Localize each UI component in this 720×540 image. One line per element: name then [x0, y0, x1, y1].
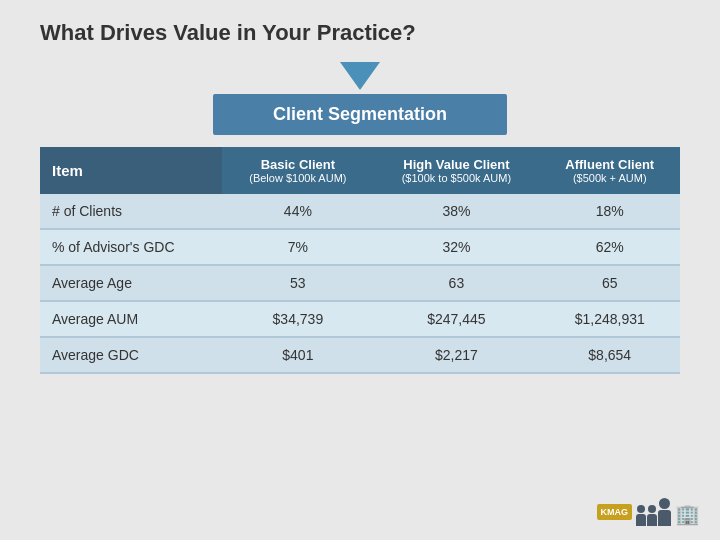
arrow-container	[340, 62, 380, 90]
cell-item: % of Advisor's GDC	[40, 229, 222, 265]
logo-area: KMAG 🏢	[597, 498, 701, 526]
cell-item: # of Clients	[40, 194, 222, 229]
col-header-high: High Value Client ($100k to $500k AUM)	[373, 147, 539, 194]
data-table-wrapper: Item Basic Client (Below $100k AUM) High…	[40, 147, 680, 374]
logo-badge: KMAG	[597, 504, 633, 520]
table-row: # of Clients 44% 38% 18%	[40, 194, 680, 229]
cell-basic: $34,739	[222, 301, 373, 337]
person-icon-1	[636, 505, 646, 526]
cell-high: $247,445	[373, 301, 539, 337]
cell-item: Average GDC	[40, 337, 222, 373]
cell-basic: 7%	[222, 229, 373, 265]
col-header-item: Item	[40, 147, 222, 194]
cell-affluent: 18%	[539, 194, 680, 229]
cell-affluent: $8,654	[539, 337, 680, 373]
down-arrow-icon	[340, 62, 380, 90]
page: What Drives Value in Your Practice? Clie…	[0, 0, 720, 540]
cell-basic: 44%	[222, 194, 373, 229]
client-segmentation-table: Item Basic Client (Below $100k AUM) High…	[40, 147, 680, 374]
col-header-basic: Basic Client (Below $100k AUM)	[222, 147, 373, 194]
people-icons: 🏢	[636, 498, 700, 526]
cell-affluent: 62%	[539, 229, 680, 265]
table-row: Average AUM $34,739 $247,445 $1,248,931	[40, 301, 680, 337]
cell-item: Average AUM	[40, 301, 222, 337]
page-title: What Drives Value in Your Practice?	[40, 20, 680, 46]
cell-high: $2,217	[373, 337, 539, 373]
person-icon-3	[658, 498, 671, 526]
cell-item: Average Age	[40, 265, 222, 301]
cell-high: 32%	[373, 229, 539, 265]
building-icon: 🏢	[675, 502, 700, 526]
segmentation-label: Client Segmentation	[213, 94, 507, 135]
cell-basic: 53	[222, 265, 373, 301]
col-header-affluent: Affluent Client ($500k + AUM)	[539, 147, 680, 194]
cell-affluent: $1,248,931	[539, 301, 680, 337]
cell-basic: $401	[222, 337, 373, 373]
table-row: Average Age 53 63 65	[40, 265, 680, 301]
cell-high: 63	[373, 265, 539, 301]
cell-high: 38%	[373, 194, 539, 229]
table-row: Average GDC $401 $2,217 $8,654	[40, 337, 680, 373]
table-row: % of Advisor's GDC 7% 32% 62%	[40, 229, 680, 265]
cell-affluent: 65	[539, 265, 680, 301]
person-icon-2	[647, 505, 657, 526]
